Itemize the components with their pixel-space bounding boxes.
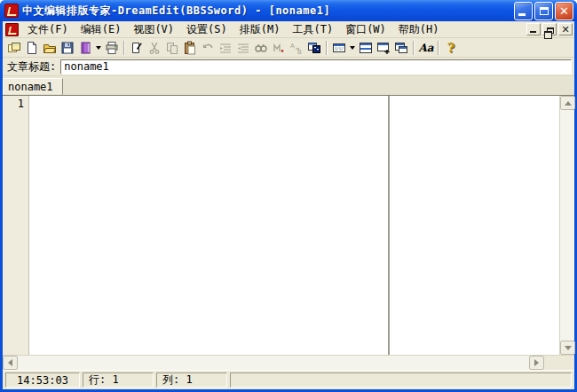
mdi-restore-icon	[547, 27, 554, 34]
find-next-icon[interactable]	[270, 40, 288, 57]
horizontal-scrollbar[interactable]	[3, 355, 544, 370]
menu-bar: 文件(F) 编辑(E) 视图(V) 设置(S) 排版(M) 工具(T) 窗口(W…	[3, 21, 574, 38]
menu-window[interactable]: 窗口(W)	[339, 20, 392, 39]
replace-icon[interactable]: AB	[288, 40, 305, 57]
new-document-icon[interactable]	[23, 40, 41, 57]
chevron-down-icon	[565, 346, 572, 350]
window-view-icon[interactable]	[330, 40, 348, 57]
mdi-close-button[interactable]: ✕	[558, 23, 573, 35]
maximize-button[interactable]	[534, 2, 553, 20]
status-extra	[230, 372, 572, 388]
text-edit-pane[interactable]	[29, 96, 559, 355]
mdi-restore-button[interactable]	[542, 23, 557, 35]
toolbar-separator	[438, 41, 439, 55]
close-button[interactable]: ✕	[555, 2, 573, 20]
svg-text:A: A	[290, 43, 295, 49]
dropdown-arrow-icon	[350, 46, 355, 50]
window-view-dropdown[interactable]	[348, 40, 357, 57]
add-window-icon[interactable]	[375, 40, 392, 57]
maximize-icon	[540, 7, 549, 15]
status-time: 14:53:03	[5, 372, 80, 388]
cut-icon[interactable]	[146, 40, 163, 57]
line-number: 1	[18, 98, 24, 110]
article-title-label: 文章标题:	[7, 59, 56, 74]
print-icon[interactable]	[103, 40, 121, 57]
title-bar: 中文编辑排版专家-DreamEdit(BBSSword) - [noname1]…	[0, 0, 577, 21]
split-window-icon[interactable]	[357, 40, 375, 57]
scroll-up-button[interactable]	[560, 96, 575, 110]
mdi-close-icon: ✕	[561, 25, 569, 35]
undo-icon[interactable]	[199, 40, 217, 57]
chevron-left-icon	[8, 359, 12, 366]
menu-tools[interactable]: 工具(T)	[286, 20, 339, 39]
toolbar-separator	[413, 41, 415, 55]
article-title-row: 文章标题:	[3, 58, 574, 76]
scroll-right-button[interactable]	[529, 356, 544, 370]
chevron-right-icon	[534, 359, 539, 366]
status-column: 列: 1	[156, 372, 227, 388]
mdi-minimize-button[interactable]	[526, 23, 541, 35]
svg-text:B: B	[297, 49, 302, 55]
status-line: 行: 1	[83, 372, 154, 388]
tab-bar: noname1	[3, 77, 574, 95]
minimize-button[interactable]	[514, 2, 533, 20]
menu-view[interactable]: 视图(V)	[127, 20, 180, 39]
status-bar: 14:53:03 行: 1 列: 1	[3, 370, 574, 389]
chevron-up-icon	[565, 101, 572, 106]
menu-help[interactable]: 帮助(H)	[392, 20, 446, 39]
window-title: 中文编辑排版专家-DreamEdit(BBSSword) - [noname1]	[22, 4, 512, 19]
indent-increase-icon[interactable]	[234, 40, 252, 57]
find-icon[interactable]	[252, 40, 270, 57]
line-number-gutter: 1	[3, 96, 29, 355]
minimize-icon	[518, 13, 526, 16]
toolbar-separator	[326, 41, 328, 55]
vertical-scrollbar[interactable]	[559, 96, 574, 355]
app-icon	[4, 4, 19, 18]
cascade-windows-icon[interactable]	[392, 40, 410, 57]
notebook-icon[interactable]	[76, 40, 94, 57]
menu-file[interactable]: 文件(F)	[21, 20, 75, 39]
scroll-left-button[interactable]	[3, 356, 18, 370]
menu-edit[interactable]: 编辑(E)	[75, 20, 128, 39]
menu-settings[interactable]: 设置(S)	[180, 20, 233, 39]
editor-area: 1	[3, 95, 574, 355]
open-file-icon[interactable]	[41, 40, 59, 57]
document-system-menu-icon[interactable]	[5, 23, 19, 36]
dropdown-arrow-icon	[96, 46, 101, 50]
font-icon[interactable]: Aa	[417, 40, 435, 57]
copy-window-icon[interactable]	[305, 40, 323, 57]
toolbar: AB Aa ?	[3, 39, 574, 58]
edit-document-icon[interactable]	[128, 40, 146, 57]
indent-decrease-icon[interactable]	[217, 40, 234, 57]
close-icon: ✕	[559, 5, 569, 17]
paste-icon[interactable]	[181, 40, 199, 57]
pane-divider[interactable]	[388, 96, 390, 355]
save-icon[interactable]	[59, 40, 76, 57]
toolbar-separator	[123, 41, 125, 55]
scroll-down-button[interactable]	[560, 341, 575, 355]
app-window: 中文编辑排版专家-DreamEdit(BBSSword) - [noname1]…	[0, 0, 577, 392]
notebook-dropdown[interactable]	[94, 40, 103, 57]
help-icon[interactable]: ?	[442, 40, 460, 57]
menu-typeset[interactable]: 排版(M)	[233, 20, 287, 39]
copy-icon[interactable]	[163, 40, 181, 57]
scrollbar-corner	[544, 355, 574, 370]
mdi-minimize-icon	[530, 31, 536, 33]
article-title-input[interactable]	[60, 59, 572, 74]
document-tab[interactable]: noname1	[3, 78, 63, 95]
new-window-icon[interactable]	[5, 40, 23, 57]
